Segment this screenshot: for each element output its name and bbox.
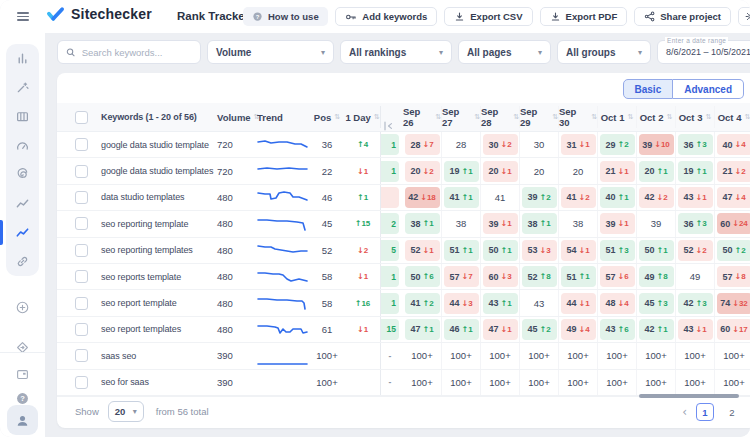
position-cell: 20 [520,158,559,183]
table-row: seo report templates 480 61 ↓1 1547↑146↑… [57,317,750,343]
position-cell: 53↓3 [520,238,559,263]
plus-circle-icon [15,300,30,315]
sidebar-item-audit[interactable] [6,73,39,102]
position-cell: 38 [442,211,481,236]
row-checkbox[interactable] [75,297,88,310]
volume-column-header[interactable]: Volume⇅ [217,112,257,123]
page-size-select[interactable]: 20▾ [108,401,144,422]
page-button-2[interactable]: 2 [723,403,741,421]
position-cell: 100+ [442,343,481,368]
menu-icon[interactable] [17,12,29,21]
keyword-cell[interactable]: seo report templates [101,317,217,342]
keyword-cell[interactable]: seo for saas [101,370,217,395]
table-row: saas seo 390 100+ -100+100+100+100+100+1… [57,343,750,369]
export-csv-button[interactable]: Export CSV [444,7,532,26]
date-column-header[interactable]: Oct 3⇅ [676,106,715,128]
position-cell: 52↓1 [403,238,442,263]
date-column-header[interactable]: Sep 28⇅ [481,106,520,128]
share-project-button[interactable]: Share project [634,7,731,26]
keyword-cell[interactable]: seo report template [101,290,217,315]
row-checkbox[interactable] [75,323,88,336]
position-cell: 48↓4 [598,290,637,315]
table-row: google data studio templates 720 22 ↓1 1… [57,158,750,184]
keyword-cell[interactable]: data studio templates [101,185,217,210]
hidden-date-cell-edge: - [381,343,403,368]
hidden-date-cell-edge: 2 [381,211,403,236]
trend-sparkline [257,136,309,154]
sidebar-item-overview[interactable] [6,44,39,73]
position-cell: 43↑1 [481,290,520,315]
keyword-cell[interactable]: seo reporting template [101,211,217,236]
volume-filter-select[interactable]: Volume▾ [207,40,334,64]
add-keywords-button[interactable]: Add keywords [335,7,437,26]
sidebar-item-backlinks[interactable] [6,247,39,276]
row-checkbox[interactable] [75,138,88,151]
page-button-1[interactable]: 1 [696,403,714,421]
position-cell: 49↑8 [637,264,676,289]
rank-tracker-app: Sitechecker Rank Tracker ? How to use Ad… [0,0,750,437]
date-column-header[interactable]: Sep 27⇅ [442,106,481,128]
collapse-columns-icon[interactable] [382,120,394,134]
chevron-down-icon: ▾ [321,48,325,57]
previous-page-icon[interactable]: ‹ [682,405,687,419]
show-label: Show [75,406,99,417]
user-avatar[interactable] [7,405,38,435]
position-cell: 100+ [676,370,715,395]
sidebar-item-monitoring[interactable] [6,189,39,218]
row-checkbox[interactable] [75,376,88,389]
keyword-cell[interactable]: google data studio template [101,132,217,157]
horizontal-scrollbar[interactable] [639,394,739,398]
row-checkbox[interactable] [75,270,88,283]
keyword-cell[interactable]: seo reports template [101,264,217,289]
table-icon [15,109,30,124]
sidebar-item-navigator[interactable] [6,333,39,362]
search-input[interactable] [82,47,192,58]
row-checkbox[interactable] [75,349,88,362]
position-cell: 42↓2 [637,185,676,210]
how-to-use-button[interactable]: ? How to use [243,7,328,26]
date-column-header[interactable]: Sep 30⇅ [559,106,598,128]
settings-button[interactable] [738,7,750,26]
pos-column-header[interactable]: Pos⇅ [309,112,345,123]
groups-filter-select[interactable]: All groups▾ [557,40,651,64]
date-column-header[interactable]: Sep 26⇅ [403,106,442,128]
sidebar-item-pages[interactable] [6,102,39,131]
rankings-filter-select[interactable]: All rankings▾ [340,40,452,64]
sitechecker-logo[interactable]: Sitechecker [46,6,152,22]
date-column-header[interactable]: Oct 2⇅ [637,106,676,128]
position-cell: 47↓1 [481,317,520,342]
date-column-header[interactable]: Oct 1⇅ [598,106,637,128]
day-column-header[interactable]: 1 Day⇅ [345,112,380,123]
select-all-checkbox[interactable] [75,111,88,124]
advanced-tab[interactable]: Advanced [673,79,744,99]
hidden-date-cell-edge: 1 [381,290,403,315]
keyword-cell[interactable]: seo reporting templates [101,238,217,263]
sidebar-item-add-tool[interactable] [6,293,39,322]
position-cell: 44↓3 [442,290,481,315]
row-checkbox[interactable] [75,165,88,178]
pages-filter-select[interactable]: All pages▾ [458,40,551,64]
position-cell: 20↓2 [403,158,442,183]
search-keywords-field[interactable] [57,40,201,64]
keyword-cell[interactable]: saas seo [101,343,217,368]
basic-tab[interactable]: Basic [623,79,674,99]
pos-cell: 100+ [309,343,345,368]
date-column-header[interactable]: Sep 29⇅ [520,106,559,128]
row-checkbox[interactable] [75,217,88,230]
date-range-field[interactable]: Enter a date range 8/6/2021 – 10/5/2021 [657,40,750,64]
day-change-cell: ↓2 [345,238,380,263]
pos-cell: 58 [309,290,345,315]
sidebar-item-crawler[interactable] [6,160,39,189]
row-checkbox[interactable] [75,244,88,257]
export-pdf-button[interactable]: Export PDF [540,7,628,26]
hidden-date-cell-edge: 1 [381,264,403,289]
sort-icon: ⇅ [374,113,380,121]
position-cell: 38↑1 [403,211,442,236]
sidebar-item-rank-tracker[interactable] [6,218,39,247]
sort-icon: ⇅ [627,113,633,121]
basic-advanced-toggle: Basic Advanced [623,79,744,99]
date-column-header[interactable]: Oct 4⇅ [715,106,750,128]
keyword-cell[interactable]: google data studio templates [101,158,217,183]
row-checkbox[interactable] [75,191,88,204]
sidebar-item-speed[interactable] [6,131,39,160]
